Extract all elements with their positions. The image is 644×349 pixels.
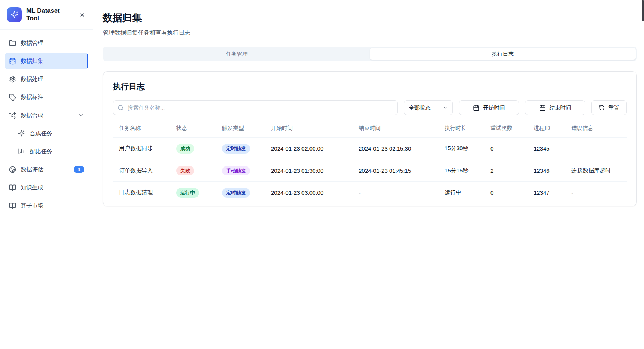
cell-task-name: 订单数据导入 [113, 160, 170, 182]
column-header-status: 状态 [170, 120, 216, 138]
sidebar-item-knowledge-generation[interactable]: 知识生成 [5, 180, 88, 195]
status-badge: 运行中 [176, 188, 199, 198]
calendar-icon [473, 105, 480, 111]
cell-error: 连接数据库超时 [565, 160, 627, 182]
status-filter-select[interactable]: 全部状态 [404, 100, 453, 115]
cell-error: - [565, 182, 627, 204]
sidebar: ML Dataset Tool 数据管理 数据归集 数据处理 [0, 0, 93, 349]
search-icon [117, 105, 124, 111]
cell-duration: 15分30秒 [438, 138, 484, 160]
column-header-end-time: 结束时间 [353, 120, 438, 138]
sidebar-item-data-processing[interactable]: 数据处理 [5, 71, 88, 87]
sidebar-item-data-evaluation[interactable]: 数据评估 4 [5, 162, 88, 177]
sidebar-item-operator-market[interactable]: 算子市场 [5, 198, 88, 213]
table-row: 日志数据清理 运行中 定时触发 2024-01-23 03:00:00 - 运行… [113, 182, 627, 204]
search-input[interactable] [113, 100, 398, 115]
start-date-button[interactable]: 开始时间 [459, 100, 519, 115]
sidebar-item-label: 数据处理 [21, 76, 43, 83]
page-title: 数据归集 [103, 11, 637, 24]
column-header-pid: 进程ID [528, 120, 565, 138]
status-badge: 失败 [176, 166, 194, 176]
cell-pid: 12346 [528, 160, 565, 182]
sidebar-item-synthesis-tasks[interactable]: 合成任务 [5, 125, 88, 141]
cell-retries: 0 [484, 182, 528, 204]
cell-task-name: 用户数据同步 [113, 138, 170, 160]
sidebar-item-label: 知识生成 [21, 184, 43, 191]
chevron-down-icon [443, 105, 448, 110]
sidebar-item-label: 算子市场 [21, 202, 43, 209]
column-header-start-time: 开始时间 [265, 120, 353, 138]
calendar-icon [539, 105, 546, 111]
shuffle-icon [9, 112, 16, 119]
sidebar-item-data-synthesis[interactable]: 数据合成 [5, 107, 88, 123]
gear-icon [9, 76, 16, 83]
execution-log-table: 任务名称 状态 触发类型 开始时间 结束时间 执行时长 重试次数 进程ID 错误… [113, 120, 627, 204]
start-date-label: 开始时间 [483, 104, 505, 111]
app-title: ML Dataset Tool [26, 7, 73, 22]
cell-end-time: 2024-01-23 02:15:30 [353, 138, 438, 160]
trigger-badge: 手动触发 [222, 166, 250, 176]
sidebar-item-label: 数据管理 [21, 40, 43, 47]
cell-start-time: 2024-01-23 03:00:00 [265, 182, 353, 204]
status-badge: 成功 [176, 144, 194, 154]
sidebar-header: ML Dataset Tool [0, 0, 93, 30]
cell-start-time: 2024-01-23 01:30:00 [265, 160, 353, 182]
sidebar-item-data-labeling[interactable]: 数据标注 [5, 89, 88, 105]
column-header-task-name: 任务名称 [113, 120, 170, 138]
search-wrap [113, 100, 398, 115]
column-header-error: 错误信息 [565, 120, 627, 138]
page-subtitle: 管理数据归集任务和查看执行日志 [103, 29, 637, 37]
sidebar-item-ratio-tasks[interactable]: 配比任务 [5, 143, 88, 159]
filter-row: 全部状态 开始时间 结束时间 [113, 100, 627, 115]
column-header-trigger-type: 触发类型 [216, 120, 265, 138]
card-title: 执行日志 [113, 81, 627, 92]
rotate-ccw-icon [599, 105, 605, 111]
table-row: 用户数据同步 成功 定时触发 2024-01-23 02:00:00 2024-… [113, 138, 627, 160]
eval-count-badge: 4 [74, 166, 84, 173]
tab-execution-logs[interactable]: 执行日志 [370, 48, 636, 60]
cell-retries: 2 [484, 160, 528, 182]
sidebar-item-data-management[interactable]: 数据管理 [5, 35, 88, 51]
sidebar-item-data-collection[interactable]: 数据归集 [5, 53, 88, 69]
reset-button[interactable]: 重置 [591, 100, 627, 115]
end-date-label: 结束时间 [550, 104, 571, 111]
close-icon[interactable] [78, 11, 86, 19]
cell-end-time: - [353, 182, 438, 204]
tab-task-management[interactable]: 任务管理 [104, 48, 370, 60]
folder-icon [9, 40, 16, 47]
cell-task-name: 日志数据清理 [113, 182, 170, 204]
chevron-down-icon [78, 113, 84, 118]
sidebar-item-label: 数据合成 [21, 112, 43, 119]
cell-start-time: 2024-01-23 02:00:00 [265, 138, 353, 160]
reset-label: 重置 [608, 104, 619, 111]
cell-retries: 0 [484, 138, 528, 160]
bar-chart-icon [18, 148, 25, 155]
sidebar-item-label: 合成任务 [30, 130, 52, 137]
main-content: 数据归集 管理数据归集任务和查看执行日志 任务管理 执行日志 执行日志 全部状态 [93, 0, 644, 349]
cell-pid: 12345 [528, 138, 565, 160]
column-header-retries: 重试次数 [484, 120, 528, 138]
sidebar-item-label: 配比任务 [30, 148, 52, 155]
book-open-icon [9, 202, 16, 209]
trigger-badge: 定时触发 [222, 188, 250, 198]
column-header-duration: 执行时长 [438, 120, 484, 138]
cell-pid: 12347 [528, 182, 565, 204]
cell-duration: 运行中 [438, 182, 484, 204]
sidebar-nav: 数据管理 数据归集 数据处理 数据标注 数据合成 [0, 30, 93, 219]
end-date-button[interactable]: 结束时间 [525, 100, 585, 115]
cell-end-time: 2024-01-23 01:45:15 [353, 160, 438, 182]
sparkles-logo-icon [10, 11, 18, 19]
app-logo [7, 7, 22, 22]
sidebar-item-label: 数据评估 [21, 166, 43, 173]
target-icon [9, 166, 16, 173]
table-header-row: 任务名称 状态 触发类型 开始时间 结束时间 执行时长 重试次数 进程ID 错误… [113, 120, 627, 138]
tag-icon [9, 94, 16, 101]
scrollbar-thumb[interactable] [642, 0, 644, 21]
database-icon [9, 58, 16, 65]
book-open-icon [9, 184, 16, 191]
status-filter-value: 全部状态 [409, 104, 431, 111]
sidebar-item-label: 数据归集 [21, 58, 43, 65]
table-row: 订单数据导入 失败 手动触发 2024-01-23 01:30:00 2024-… [113, 160, 627, 182]
trigger-badge: 定时触发 [222, 144, 250, 154]
sidebar-item-label: 数据标注 [21, 94, 43, 101]
